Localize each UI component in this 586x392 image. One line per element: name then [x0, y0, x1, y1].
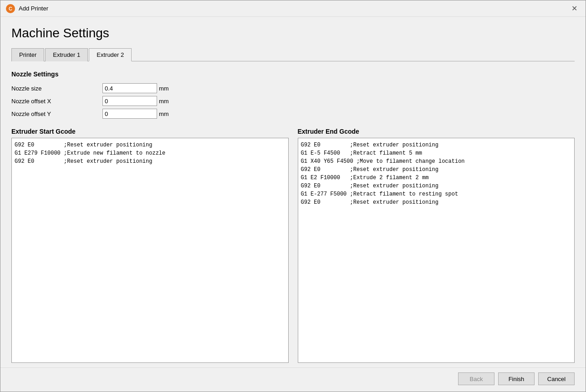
nozzle-size-input[interactable]	[102, 83, 157, 93]
close-button[interactable]: ✕	[569, 3, 580, 14]
end-gcode-label: Extruder End Gcode	[298, 128, 575, 135]
title-bar-text: Add Printer	[19, 5, 48, 12]
nozzle-offset-y-label: Nozzle offset Y	[11, 111, 102, 117]
nozzle-offset-x-input[interactable]	[102, 96, 157, 106]
nozzle-size-label: Nozzle size	[11, 85, 102, 92]
end-gcode-panel: Extruder End Gcode G92 E0 ;Reset extrude…	[298, 128, 575, 363]
nozzle-form: Nozzle size mm Nozzle offset X mm Nozzle…	[11, 83, 575, 119]
tab-extruder1[interactable]: Extruder 1	[45, 48, 88, 61]
nozzle-settings-title: Nozzle Settings	[11, 70, 575, 78]
app-icon: C	[6, 4, 15, 13]
nozzle-offset-y-unit: mm	[157, 111, 180, 117]
end-gcode-textarea[interactable]: G92 E0 ;Reset extruder positioning G1 E-…	[298, 138, 575, 363]
nozzle-settings-section: Nozzle Settings Nozzle size mm Nozzle of…	[11, 70, 575, 128]
tabs: Printer Extruder 1 Extruder 2	[11, 48, 575, 61]
content-area: Machine Settings Printer Extruder 1 Extr…	[0, 17, 586, 367]
footer: Back Finish Cancel	[0, 367, 586, 392]
start-gcode-label: Extruder Start Gcode	[11, 128, 289, 135]
back-button[interactable]: Back	[458, 372, 494, 385]
nozzle-offset-x-unit: mm	[157, 98, 180, 105]
cancel-button[interactable]: Cancel	[538, 372, 575, 385]
nozzle-offset-x-label: Nozzle offset X	[11, 98, 102, 105]
tab-extruder2[interactable]: Extruder 2	[89, 48, 132, 61]
nozzle-offset-y-input[interactable]	[102, 109, 157, 119]
start-gcode-panel: Extruder Start Gcode G92 E0 ;Reset extru…	[11, 128, 289, 363]
dialog: C Add Printer ✕ Machine Settings Printer…	[0, 0, 586, 392]
title-bar: C Add Printer ✕	[0, 0, 586, 17]
page-title: Machine Settings	[11, 26, 575, 40]
tab-printer[interactable]: Printer	[11, 48, 44, 61]
finish-button[interactable]: Finish	[498, 372, 535, 385]
start-gcode-textarea[interactable]: G92 E0 ;Reset extruder positioning G1 E2…	[11, 138, 289, 363]
gcode-section: Extruder Start Gcode G92 E0 ;Reset extru…	[11, 128, 575, 363]
nozzle-size-unit: mm	[157, 85, 180, 92]
